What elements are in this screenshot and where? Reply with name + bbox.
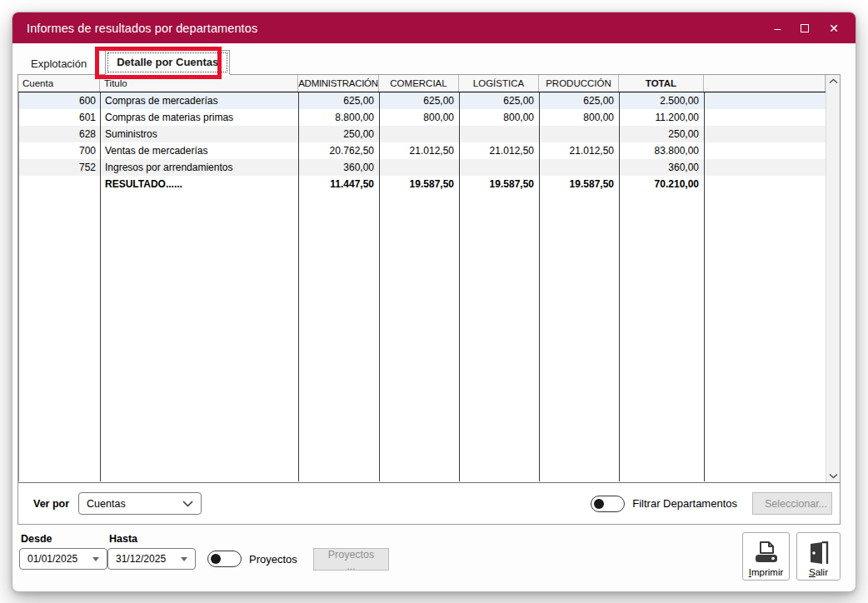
cell-total: 250,00 [620, 126, 705, 142]
projects-label: Proyectos [249, 553, 297, 566]
window-title: Informes de resultados por departamentos [12, 22, 257, 35]
salir-button[interactable]: Salir [796, 532, 841, 581]
cell-total: 70.210,00 [620, 176, 705, 192]
tab-detalle-por-cuentas[interactable]: Detalle por Cuentas [105, 50, 230, 75]
minimize-icon[interactable]: – [774, 22, 781, 34]
printer-icon [754, 541, 779, 566]
cell-logistica: 19.587,50 [460, 176, 540, 192]
cell-produccion [540, 126, 620, 142]
cell-cuenta: 628 [19, 126, 101, 142]
scroll-up-icon[interactable] [829, 78, 838, 84]
cell-cuenta: 752 [19, 159, 101, 176]
vertical-scrollbar[interactable] [826, 75, 840, 482]
cell-titulo: Ventas de mercaderías [101, 142, 299, 159]
cell-administracion: 8.800,00 [299, 109, 380, 126]
dropdown-arrow-icon [92, 557, 99, 561]
proyectos-button[interactable]: Proyectos ... [313, 548, 389, 571]
view-by-dropdown[interactable]: Cuentas [78, 492, 202, 515]
col-header-cuenta[interactable]: Cuenta [18, 75, 100, 92]
cell-titulo: Ingresos por arrendamientos [101, 159, 299, 176]
close-icon[interactable]: ✕ [829, 22, 839, 34]
cell-comercial: 800,00 [380, 109, 460, 126]
cell-cuenta: 700 [19, 142, 101, 159]
table-row[interactable]: RESULTADO......11.447,5019.587,5019.587,… [19, 176, 826, 192]
cell-produccion: 800,00 [540, 109, 620, 126]
col-header-logistica[interactable]: LOGÍSTICA [459, 75, 539, 92]
cell-produccion [540, 159, 620, 176]
col-header-filler [704, 75, 826, 92]
cell-administracion: 250,00 [299, 126, 380, 142]
dialog-footer: Desde 01/01/2025 Hasta 31/12/2025 Proyec… [12, 525, 856, 591]
imprimir-button[interactable]: Imprimir [742, 532, 790, 581]
col-header-administracion[interactable]: ADMINISTRACIÓN [298, 75, 379, 92]
from-date-label: Desde [21, 533, 52, 545]
col-header-comercial[interactable]: COMERCIAL [379, 75, 459, 92]
cell-comercial [380, 159, 460, 176]
cell-filler [705, 176, 826, 192]
cell-administracion: 20.762,50 [299, 142, 380, 159]
cell-filler [705, 142, 826, 159]
to-date-value: 31/12/2025 [116, 553, 166, 565]
cell-filler [705, 159, 826, 176]
cell-total: 360,00 [620, 159, 705, 176]
cell-administracion: 625,00 [299, 92, 380, 109]
salir-label: Salir [809, 567, 828, 577]
table-row[interactable]: 752Ingresos por arrendamientos360,00360,… [19, 159, 826, 176]
window-controls: – ✕ [774, 22, 856, 34]
to-date-dropdown[interactable]: 31/12/2025 [107, 548, 196, 570]
maximize-icon[interactable] [801, 22, 809, 34]
cell-total: 11.200,00 [620, 109, 705, 126]
cell-administracion: 11.447,50 [299, 176, 380, 192]
dropdown-arrow-icon [181, 557, 187, 561]
scroll-down-icon[interactable] [829, 473, 838, 479]
cell-comercial: 625,00 [380, 92, 460, 109]
from-date-dropdown[interactable]: 01/01/2025 [19, 548, 107, 570]
cell-logistica: 21.012,50 [460, 142, 540, 159]
cell-filler [705, 109, 826, 126]
cell-total: 83.800,00 [620, 142, 705, 159]
cell-logistica [460, 126, 540, 142]
cell-titulo: Compras de materias primas [101, 109, 299, 126]
table-body: 600Compras de mercaderías625,00625,00625… [18, 92, 826, 481]
filter-departments-toggle[interactable] [591, 496, 625, 512]
tab-page: Cuenta Titulo ADMINISTRACIÓN COMERCIAL L… [17, 74, 841, 525]
view-by-row: Ver por Cuentas Filtrar Departamentos Se… [18, 483, 840, 524]
cell-filler [705, 92, 826, 109]
table-row[interactable]: 600Compras de mercaderías625,00625,00625… [19, 92, 826, 109]
cell-titulo: Suministros [101, 126, 299, 142]
table-row[interactable]: 700Ventas de mercaderías20.762,5021.012,… [19, 142, 826, 159]
cell-produccion: 625,00 [540, 92, 620, 109]
cell-administracion: 360,00 [299, 159, 380, 176]
table-header: Cuenta Titulo ADMINISTRACIÓN COMERCIAL L… [18, 75, 826, 92]
cell-comercial: 21.012,50 [380, 142, 460, 159]
col-header-titulo[interactable]: Titulo [100, 75, 298, 92]
cell-total: 2.500,00 [620, 92, 705, 109]
chevron-down-icon [182, 501, 193, 507]
view-by-label: Ver por [33, 498, 69, 510]
cell-cuenta: 600 [19, 92, 101, 109]
from-date-value: 01/01/2025 [27, 553, 77, 565]
projects-toggle[interactable] [207, 551, 242, 567]
cell-produccion: 19.587,50 [540, 176, 620, 192]
imprimir-label: Imprimir [749, 567, 784, 577]
to-date-label: Hasta [109, 533, 137, 545]
cell-comercial [380, 126, 460, 142]
table-row[interactable]: 628Suministros250,00250,00 [19, 126, 826, 142]
report-dialog: Informes de resultados por departamentos… [12, 12, 856, 592]
col-header-total[interactable]: TOTAL [619, 75, 704, 92]
accounts-table: Cuenta Titulo ADMINISTRACIÓN COMERCIAL L… [18, 75, 840, 483]
cell-cuenta: 601 [19, 109, 101, 126]
view-by-value: Cuentas [87, 498, 126, 510]
cell-comercial: 19.587,50 [380, 176, 460, 192]
cell-filler [705, 126, 826, 142]
cell-produccion: 21.012,50 [540, 142, 620, 159]
cell-logistica: 800,00 [460, 109, 540, 126]
cell-cuenta [19, 176, 101, 192]
cell-titulo: RESULTADO...... [101, 176, 299, 192]
table-row[interactable]: 601Compras de materias primas8.800,00800… [19, 109, 826, 126]
titlebar: Informes de resultados por departamentos… [12, 12, 856, 43]
tab-explotacion[interactable]: Explotación [19, 53, 98, 75]
col-header-produccion[interactable]: PRODUCCIÓN [539, 75, 619, 92]
cell-logistica [460, 159, 540, 176]
seleccionar-button[interactable]: Seleccionar... [752, 492, 832, 515]
